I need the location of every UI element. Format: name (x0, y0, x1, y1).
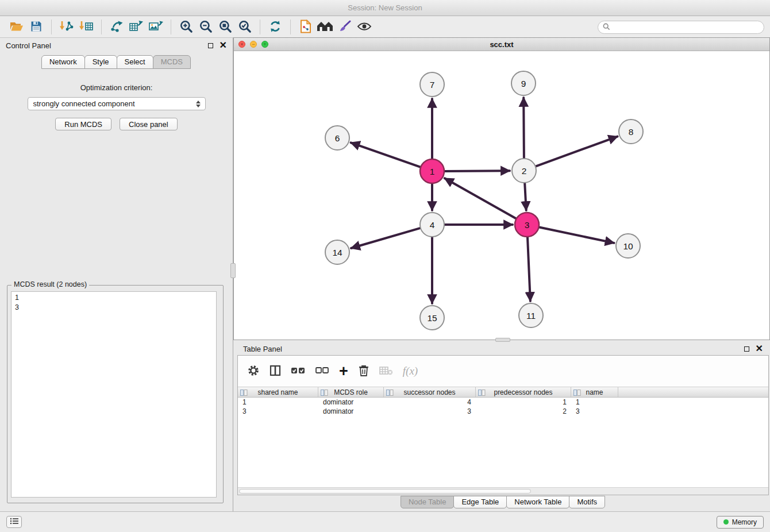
zoom-fit-button[interactable] (215, 18, 235, 36)
graph-edge-1-2[interactable] (445, 171, 510, 171)
column-header-name[interactable]: name (571, 387, 618, 397)
horizontal-splitter-handle[interactable] (495, 338, 510, 342)
network-document-button[interactable] (296, 18, 315, 36)
column-header-predecessor-nodes[interactable]: predecessor nodes (476, 387, 571, 397)
graph-node-9[interactable]: 9 (511, 71, 536, 95)
control-panel-tabs: NetworkStyleSelectMCDS (0, 55, 233, 69)
graph-edge-4-14[interactable] (351, 228, 420, 248)
tab-mcds[interactable]: MCDS (153, 55, 191, 69)
table-cell[interactable]: dominator (318, 407, 384, 415)
column-header-shared-name[interactable]: shared name (238, 387, 318, 397)
table-cell[interactable]: 3 (571, 407, 618, 415)
table-cell[interactable]: 1 (571, 398, 618, 406)
graph-edge-3-10[interactable] (540, 228, 614, 243)
float-panel-icon[interactable] (208, 43, 213, 48)
tab-style[interactable]: Style (84, 55, 117, 69)
graph-node-3[interactable]: 3 (515, 213, 539, 237)
table-horizontal-scrollbar[interactable] (238, 487, 768, 495)
memory-button[interactable]: Memory (717, 516, 764, 529)
table-settings-button[interactable] (247, 364, 260, 379)
close-traffic-light[interactable]: × (238, 41, 245, 48)
mcds-result-text[interactable]: 1 3 (11, 291, 217, 498)
graph-node-8[interactable]: 8 (619, 119, 643, 144)
tab-network[interactable]: Network (41, 55, 85, 69)
export-image-button[interactable] (146, 18, 165, 36)
delete-row-button[interactable] (358, 364, 369, 379)
table-cell[interactable]: dominator (318, 398, 384, 406)
select-all-button[interactable] (291, 366, 306, 377)
save-session-button[interactable] (26, 18, 46, 36)
table-cell[interactable]: 4 (384, 398, 476, 406)
column-header-mcds-role[interactable]: MCDS role (318, 387, 384, 397)
minimize-traffic-light[interactable]: − (250, 41, 257, 48)
table-row[interactable]: 1dominator411 (238, 398, 768, 407)
show-details-button[interactable] (355, 18, 374, 36)
overview-button[interactable] (315, 18, 335, 36)
run-mcds-button[interactable]: Run MCDS (55, 118, 111, 130)
graph-edge-2-9[interactable] (523, 98, 524, 158)
column-header-successor-nodes[interactable]: successor nodes (384, 387, 476, 397)
deselect-all-button[interactable] (315, 367, 329, 376)
graph-node-2[interactable]: 2 (512, 159, 536, 183)
refresh-button[interactable] (265, 18, 285, 36)
search-box[interactable] (598, 21, 764, 34)
tab-node-table[interactable]: Node Table (401, 496, 455, 508)
criterion-dropdown-value: strongly connected component (33, 99, 135, 108)
plus-icon: + (339, 363, 348, 380)
graph-edge-2-8[interactable] (536, 137, 618, 167)
export-table-button[interactable] (126, 18, 146, 36)
column-sort-icon[interactable] (478, 390, 486, 398)
scrollbar-thumb[interactable] (239, 489, 531, 494)
tab-edge-table[interactable]: Edge Table (453, 496, 507, 508)
table-cell[interactable]: 2 (476, 407, 571, 415)
float-table-panel-icon[interactable] (744, 346, 749, 352)
network-canvas[interactable]: 7968124314101511 (234, 51, 769, 340)
graph-node-11[interactable]: 11 (519, 303, 543, 327)
table-cell[interactable]: 3 (238, 407, 318, 415)
zoom-in-button[interactable] (176, 18, 196, 36)
graph-edge-3-1[interactable] (445, 178, 516, 218)
zoom-out-button[interactable] (196, 18, 215, 36)
export-network-button[interactable] (107, 18, 126, 36)
import-network-button[interactable] (57, 18, 76, 36)
tab-network-table[interactable]: Network Table (506, 496, 569, 508)
zoom-selected-button[interactable] (235, 18, 255, 36)
vertical-splitter-handle[interactable] (230, 263, 236, 278)
graph-node-15[interactable]: 15 (420, 306, 444, 330)
column-sort-icon[interactable] (573, 390, 581, 398)
graph-edge-3-11[interactable] (528, 237, 530, 301)
table-cell[interactable]: 1 (476, 398, 571, 406)
task-history-button[interactable] (6, 516, 22, 528)
table-cell[interactable]: 1 (238, 398, 318, 406)
combo-stepper-icon[interactable] (195, 99, 202, 109)
table-panel-title: Table Panel (243, 345, 282, 353)
graph-node-1[interactable]: 1 (420, 159, 444, 183)
close-panel-icon[interactable]: ✕ (220, 42, 227, 49)
criterion-dropdown[interactable]: strongly connected component (28, 97, 206, 110)
network-window-titlebar[interactable]: scc.txt × − + (234, 38, 769, 51)
tab-select[interactable]: Select (117, 55, 153, 69)
column-layout-button[interactable] (270, 365, 281, 378)
graph-edge-1-6[interactable] (351, 142, 421, 167)
graph-edge-2-3[interactable] (525, 183, 526, 210)
graph-node-7[interactable]: 7 (420, 72, 444, 97)
style-brush-button[interactable] (335, 18, 355, 36)
open-file-button[interactable] (7, 18, 26, 36)
zoom-traffic-light[interactable]: + (261, 41, 268, 48)
search-input[interactable] (613, 24, 759, 32)
import-table-button[interactable] (76, 18, 96, 36)
graph-node-14[interactable]: 14 (325, 240, 349, 264)
add-column-button[interactable]: + (339, 365, 348, 377)
tab-motifs[interactable]: Motifs (569, 496, 605, 508)
table-cell[interactable]: 3 (384, 407, 476, 415)
network-canvas-svg[interactable]: 7968124314101511 (234, 51, 769, 340)
table-row[interactable]: 3dominator323 (238, 407, 768, 416)
graph-node-10[interactable]: 10 (616, 234, 640, 258)
column-sort-icon[interactable] (240, 390, 248, 398)
close-panel-button[interactable]: Close panel (120, 118, 178, 130)
close-table-panel-icon[interactable]: ✕ (756, 345, 763, 352)
graph-node-6[interactable]: 6 (325, 126, 349, 150)
column-sort-icon[interactable] (321, 390, 328, 398)
column-sort-icon[interactable] (386, 390, 394, 398)
graph-node-4[interactable]: 4 (420, 213, 444, 237)
